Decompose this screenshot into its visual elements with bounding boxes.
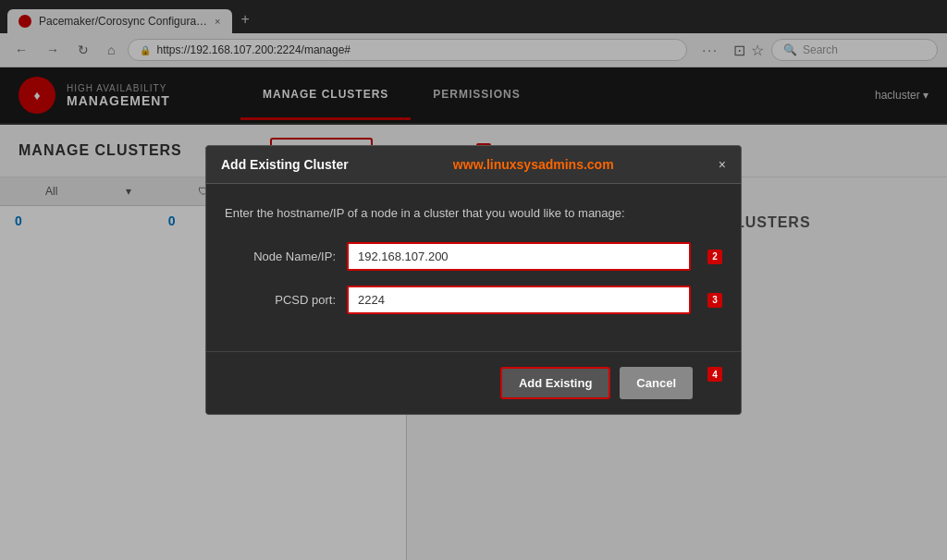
add-existing-cluster-modal: Add Existing Cluster www.linuxsysadmins.…	[205, 145, 742, 415]
page-wrapper: Pacemaker/Corosync Configura… × + ← → ↻ …	[0, 0, 947, 560]
modal-description: Enter the hostname/IP of a node in a clu…	[225, 206, 722, 220]
pcsd-port-label: PCSD port:	[225, 293, 336, 307]
annotation-badge-4: 4	[707, 367, 722, 382]
pcsd-port-input[interactable]	[347, 286, 691, 314]
modal-cancel-button[interactable]: Cancel	[620, 367, 693, 399]
pcsd-port-row: PCSD port: 3	[225, 286, 722, 314]
annotation-badge-2: 2	[707, 250, 722, 264]
modal-body: Enter the hostname/IP of a node in a clu…	[206, 184, 741, 351]
node-name-input[interactable]	[347, 242, 691, 271]
modal-url-display: www.linuxsysadmins.com	[453, 157, 614, 172]
annotation-badge-3: 3	[707, 293, 722, 308]
modal-title: Add Existing Cluster	[221, 157, 349, 172]
modal-close-button[interactable]: ×	[719, 157, 726, 172]
modal-overlay[interactable]: Add Existing Cluster www.linuxsysadmins.…	[0, 0, 947, 560]
modal-header: Add Existing Cluster www.linuxsysadmins.…	[206, 146, 741, 184]
modal-add-existing-button[interactable]: Add Existing	[500, 367, 610, 399]
node-name-label: Node Name/IP:	[225, 250, 336, 263]
modal-footer: Add Existing Cancel 4	[206, 351, 741, 414]
node-name-row: Node Name/IP: 2	[225, 242, 722, 271]
